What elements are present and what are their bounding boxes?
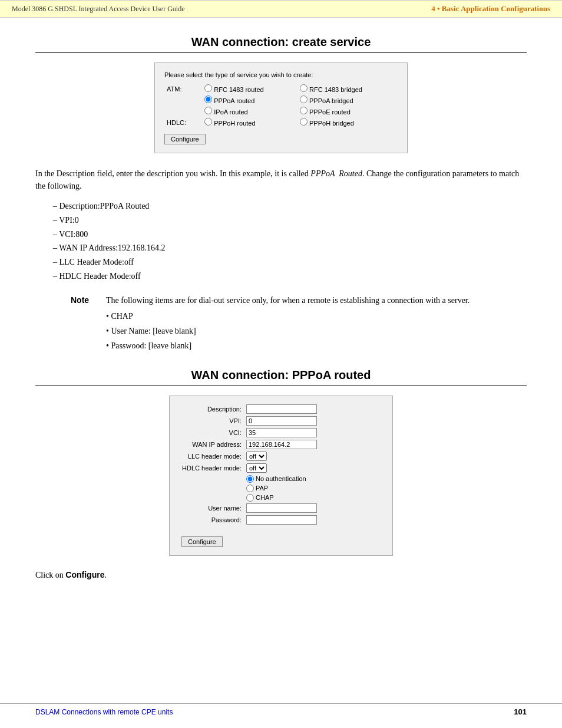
pppoe-routed-label: PPPoE routed: [309, 108, 351, 116]
note-section: Note The following items are for dial-ou…: [71, 294, 527, 354]
section2-title: WAN connection: PPPoA routed: [35, 368, 527, 382]
list-item: VPI:0: [53, 213, 527, 228]
header-right-text: 4 • Basic Application Configurations: [431, 4, 550, 14]
rfc1483-routed-cell: RFC 1483 routed: [202, 83, 297, 94]
no-auth-label: No authentication: [256, 475, 306, 482]
description-label: Description:: [181, 406, 246, 413]
password-row: Password:: [181, 515, 381, 525]
footer-left-text: DSLAM Connections with remote CPE units: [35, 708, 173, 716]
hdlc-header-select[interactable]: off on: [246, 463, 267, 473]
page-footer: DSLAM Connections with remote CPE units …: [0, 703, 562, 716]
service-options-table: ATM: RFC 1483 routed RFC 1483 bridged: [164, 83, 398, 128]
body-paragraph: In the Description field, enter the desc…: [35, 167, 527, 192]
list-item: HDLC Header Mode:off: [53, 269, 527, 284]
atm-label: ATM:: [164, 83, 202, 94]
footer-page-number: 101: [514, 707, 527, 716]
pppoh-routed-radio[interactable]: [204, 118, 212, 126]
pppoa-panel: Description: VPI: VCI: WAN IP address: L…: [169, 396, 393, 556]
rfc1483-bridged-radio[interactable]: [300, 84, 308, 92]
no-auth-row: No authentication: [246, 475, 381, 483]
username-label: User name:: [181, 505, 246, 512]
ipoa-routed-radio[interactable]: [204, 107, 212, 114]
username-input[interactable]: [246, 503, 317, 513]
panel-label: Please select the type of service you wi…: [164, 71, 398, 78]
page-content: WAN connection: create service Please se…: [0, 18, 562, 615]
header-bar: Model 3086 G.SHDSL Integrated Access Dev…: [0, 0, 562, 18]
note-bullet-item: User Name: [leave blank]: [106, 325, 527, 337]
ipoa-routed-cell: IPoA routed: [202, 106, 297, 117]
llc-header-select[interactable]: off on: [246, 452, 267, 461]
pppoh-bridged-cell: PPPoH bridged: [297, 117, 398, 128]
llc-header-label: LLC header mode:: [181, 453, 246, 460]
pppoh-bridged-radio[interactable]: [300, 118, 308, 126]
vpi-label: VPI:: [181, 417, 246, 424]
configure-button-1[interactable]: Configure: [164, 134, 206, 144]
note-text: The following items are for dial-out ser…: [106, 296, 470, 305]
vpi-input[interactable]: [246, 416, 317, 426]
pap-label: PAP: [256, 485, 268, 492]
dash-list: Description:PPPoA Routed VPI:0 VCI:800 W…: [53, 199, 527, 284]
note-content: The following items are for dial-out ser…: [106, 294, 527, 354]
description-input[interactable]: [246, 404, 317, 414]
create-service-panel: Please select the type of service you wi…: [154, 62, 408, 153]
ipoa-routed-label: IPoA routed: [214, 108, 248, 116]
chap-label: CHAP: [256, 494, 274, 501]
pppoe-routed-radio[interactable]: [300, 107, 308, 114]
configure-btn-2-container: Configure: [181, 531, 381, 547]
section1-container: WAN connection: create service Please se…: [35, 35, 527, 153]
rfc1483-bridged-cell: RFC 1483 bridged: [297, 83, 398, 94]
vci-label: VCI:: [181, 429, 246, 436]
pppoa-routed-label: PPPoA routed: [214, 97, 254, 104]
section2-divider: [35, 386, 527, 386]
wan-ip-input[interactable]: [246, 440, 317, 449]
description-row: Description:: [181, 404, 381, 414]
vci-input[interactable]: [246, 428, 317, 437]
note-label: Note: [71, 294, 100, 354]
pppoa-bridged-label: PPPoA bridged: [309, 97, 353, 104]
section1-title: WAN connection: create service: [35, 35, 527, 49]
pppoa-routed-radio[interactable]: [204, 95, 212, 103]
hdlc-label: HDLC:: [164, 117, 202, 128]
rfc1483-routed-radio[interactable]: [204, 84, 212, 92]
click-configure-label: Configure: [65, 570, 104, 579]
pppoh-bridged-label: PPPoH bridged: [309, 120, 354, 127]
pap-radio[interactable]: [246, 485, 254, 492]
rfc1483-routed-label: RFC 1483 routed: [214, 86, 263, 93]
chap-row: CHAP: [246, 494, 381, 502]
section1-divider: [35, 52, 527, 53]
vpi-row: VPI:: [181, 416, 381, 426]
list-item: VCI:800: [53, 228, 527, 242]
chap-radio[interactable]: [246, 494, 254, 502]
pppoa-routed-cell: PPPoA routed: [202, 94, 297, 106]
username-row: User name:: [181, 503, 381, 513]
pppoa-bridged-radio[interactable]: [300, 95, 308, 103]
pppoa-bridged-cell: PPPoA bridged: [297, 94, 398, 106]
note-bullet-item: Passwood: [leave blank]: [106, 340, 527, 352]
password-input[interactable]: [246, 515, 317, 525]
click-text: Click on Configure.: [35, 570, 527, 580]
vci-row: VCI:: [181, 428, 381, 437]
pap-row: PAP: [246, 485, 381, 492]
list-item: WAN IP Address:192.168.164.2: [53, 241, 527, 255]
pppoh-routed-label: PPPoH routed: [214, 120, 255, 127]
configure-button-2[interactable]: Configure: [181, 536, 223, 547]
note-bullet-item: CHAP: [106, 310, 527, 322]
wan-ip-row: WAN IP address:: [181, 440, 381, 449]
rfc1483-bridged-label: RFC 1483 bridged: [309, 86, 362, 93]
hdlc-header-row: HDLC header mode: off on: [181, 463, 381, 473]
no-auth-radio[interactable]: [246, 475, 254, 483]
hdlc-header-label: HDLC header mode:: [181, 465, 246, 472]
note-bullets: CHAP User Name: [leave blank] Passwood: …: [106, 310, 527, 352]
list-item: LLC Header Mode:off: [53, 255, 527, 269]
section2-container: WAN connection: PPPoA routed Description…: [35, 368, 527, 556]
password-label: Password:: [181, 516, 246, 523]
llc-header-row: LLC header mode: off on: [181, 452, 381, 461]
pppoe-routed-cell: PPPoE routed: [297, 106, 398, 117]
pppoh-routed-cell: PPPoH routed: [202, 117, 297, 128]
wan-ip-label: WAN IP address:: [181, 441, 246, 448]
header-left-text: Model 3086 G.SHDSL Integrated Access Dev…: [12, 5, 184, 14]
list-item: Description:PPPoA Routed: [53, 199, 527, 213]
